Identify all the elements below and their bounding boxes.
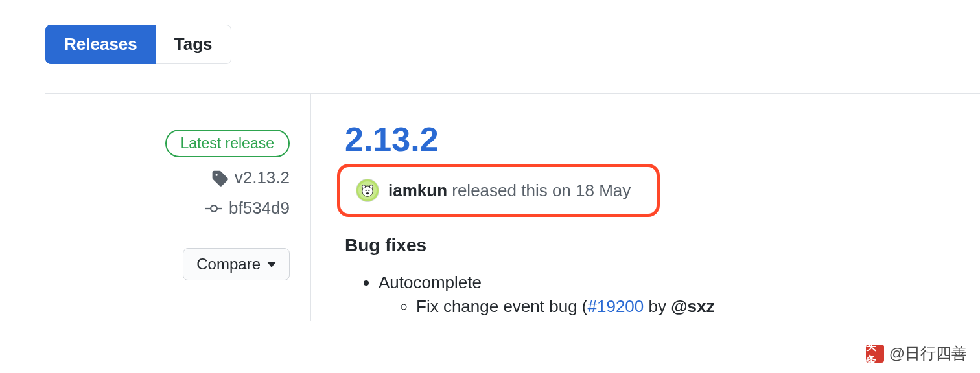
- tab-releases[interactable]: Releases: [45, 25, 156, 64]
- sidebar: Latest release v2.13.2 bf534d9 Compare: [45, 94, 311, 321]
- changelog-component: Autocomplete: [379, 273, 482, 292]
- released-text: released this on 18 May: [447, 181, 631, 200]
- tag-icon: [211, 170, 228, 186]
- tag-name: v2.13.2: [235, 168, 290, 188]
- author-link[interactable]: iamkun: [388, 181, 447, 200]
- list-item: Autocomplete Fix change event bug (#1920…: [379, 273, 980, 317]
- tabs-bar: Releases Tags: [0, 0, 980, 64]
- release-title[interactable]: 2.13.2: [337, 120, 980, 159]
- release-info-text: iamkun released this on 18 May: [388, 181, 631, 201]
- changelog-sublist: Fix change event bug (#19200 by @sxz: [379, 297, 980, 317]
- list-item: Fix change event bug (#19200 by @sxz: [416, 297, 980, 317]
- svg-point-1: [211, 205, 217, 212]
- svg-point-6: [362, 185, 366, 188]
- compare-button[interactable]: Compare: [183, 248, 290, 280]
- compare-label: Compare: [196, 255, 261, 273]
- issue-link[interactable]: #19200: [588, 297, 644, 316]
- content-area: Latest release v2.13.2 bf534d9 Compare 2…: [45, 94, 980, 321]
- svg-point-0: [215, 174, 217, 175]
- release-info-highlight: iamkun released this on 18 May: [337, 164, 660, 217]
- caret-down-icon: [267, 262, 276, 267]
- commit-sha: bf534d9: [229, 198, 290, 218]
- contributor-link[interactable]: @sxz: [671, 297, 714, 316]
- commit-row[interactable]: bf534d9: [205, 198, 290, 218]
- tab-tags[interactable]: Tags: [156, 25, 231, 64]
- tag-row[interactable]: v2.13.2: [211, 168, 290, 188]
- svg-point-10: [366, 192, 369, 194]
- svg-point-9: [368, 190, 369, 191]
- author-avatar[interactable]: [356, 179, 379, 202]
- release-main: 2.13.2 iamkun released this on 18 May Bu…: [311, 94, 980, 321]
- by-text: by: [644, 297, 671, 316]
- avatar-image: [358, 181, 377, 199]
- latest-release-badge: Latest release: [165, 130, 290, 157]
- svg-point-8: [366, 190, 367, 191]
- changelog-list: Autocomplete Fix change event bug (#1920…: [337, 273, 980, 317]
- svg-point-7: [369, 185, 373, 188]
- bug-fixes-heading: Bug fixes: [337, 235, 980, 256]
- commit-icon: [205, 200, 222, 217]
- change-description: Fix change event bug (: [416, 297, 588, 316]
